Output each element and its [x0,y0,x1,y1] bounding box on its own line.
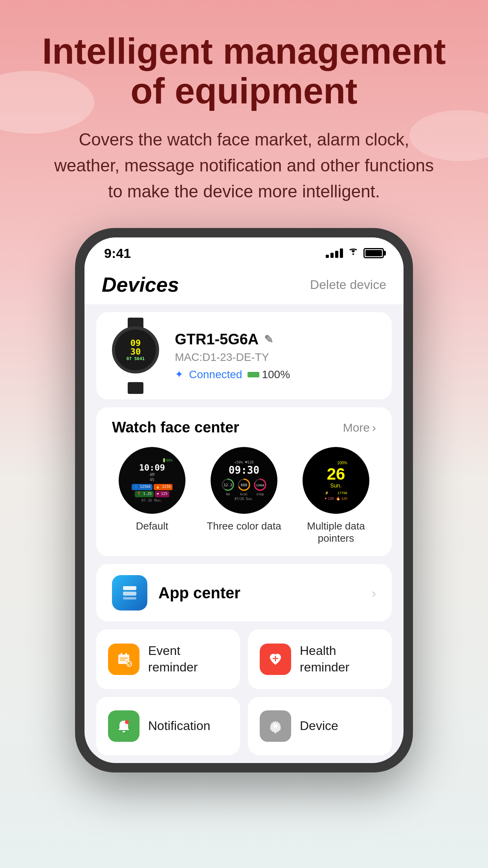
subtitle-text: Covers the watch face market, alarm cloc… [31,127,457,204]
svg-rect-10 [123,592,136,596]
watch-face-circle-1: 🔋80% 10:09 AM45 👤 12566 🔥 1256 📍 1.25 [119,447,185,514]
svg-text:12.3: 12.3 [224,483,232,487]
svg-text:12068: 12068 [256,484,264,487]
watch-band-bottom [128,382,143,394]
battery-icon [363,248,384,258]
app-title: Devices [102,273,179,296]
watch-faces-row: 🔋80% 10:09 AM45 👤 12566 🔥 1256 📍 1.25 [112,447,376,544]
wifi-icon [348,247,359,259]
app-center-icon [112,575,147,611]
main-title: Intelligent management of equipment [31,31,457,111]
battery-mini: 100% [248,368,290,381]
health-reminder-icon [260,644,291,675]
svg-rect-16 [120,660,125,660]
chevron-right-icon: › [372,421,376,434]
app-center-title: App center [158,584,240,602]
event-reminder-label: Event reminder [148,643,228,675]
watch-face-item-multiple[interactable]: 100% 26 Sun. ⚡ 17796 ♥ 128 [296,447,376,544]
device-card: 0930 07 S641 GTR1-5G6A ✎ MAC:D1-2 [96,312,392,399]
watch-face-name-3: Multiple data pointers [296,520,376,544]
svg-rect-15 [120,658,128,658]
watch-face-circle-2: +50% ♥128 09:30 12.3 [211,447,277,514]
header-section: Intelligent management of equipment Cove… [0,0,488,228]
grid-cards: Event reminder Health reminder [96,629,392,755]
notification-label: Notification [148,718,210,734]
signal-icon [326,248,343,258]
svg-text:668: 668 [241,483,247,487]
svg-rect-13 [121,653,122,656]
grid-item-event-reminder[interactable]: Event reminder [96,629,240,689]
status-time: 9:41 [104,246,131,261]
device-settings-icon [260,710,291,742]
grid-item-notification[interactable]: Notification [96,697,240,755]
health-reminder-label: Health reminder [300,643,380,675]
watch-face-section: Watch face center More › 🔋80% [96,407,392,556]
bluetooth-icon: ✦ [175,368,183,381]
watch-face-name-2: Three color data [207,520,281,532]
watch-face-item-default[interactable]: 🔋80% 10:09 AM45 👤 12566 🔥 1256 📍 1.25 [112,447,192,544]
svg-rect-11 [123,597,136,600]
status-icons [326,247,384,259]
status-bar: 9:41 [84,237,404,265]
svg-point-19 [125,720,129,724]
app-header: Devices Delete device [84,265,404,304]
event-reminder-icon [108,644,139,675]
watch-face-display: 0930 07 S641 [127,339,145,361]
device-status: ✦ Connected 100% [175,368,376,381]
app-center-card[interactable]: App center › [96,564,392,622]
device-label: Device [300,718,338,734]
battery-mini-icon [248,372,259,377]
watch-face-section-title: Watch face center [112,419,239,436]
watch-face-item-threecolor[interactable]: +50% ♥128 09:30 12.3 [204,447,284,544]
watch-face-1-content: 🔋80% 10:09 AM45 👤 12566 🔥 1256 📍 1.25 [129,456,175,506]
svg-rect-14 [125,653,127,656]
connected-text: Connected [189,368,242,381]
phone-screen: 9:41 [84,237,404,763]
app-center-left: App center [112,575,240,611]
notification-icon [108,710,139,742]
content-area: 0930 07 S641 GTR1-5G6A ✎ MAC:D1-2 [84,304,404,763]
device-info: GTR1-5G6A ✎ MAC:D1-23-DE-TY ✦ Connected … [175,331,376,381]
watch-face-section-header: Watch face center More › [112,419,376,436]
phone-mockup: 9:41 [75,228,413,772]
grid-item-device[interactable]: Device [248,697,392,755]
phone-frame: 9:41 [75,228,413,772]
app-center-chevron-icon: › [372,585,376,601]
grid-item-health-reminder[interactable]: Health reminder [248,629,392,689]
watch-face-3-content: 100% 26 Sun. ⚡ 17796 ♥ 128 [323,459,349,502]
svg-rect-18 [123,731,125,732]
watch-face: 0930 07 S641 [112,326,159,373]
device-name: GTR1-5G6A ✎ [175,331,376,348]
more-link[interactable]: More › [343,421,376,434]
watch-face-2-content: +50% ♥128 09:30 12.3 [219,459,269,502]
edit-icon[interactable]: ✎ [264,333,273,346]
watch-image: 0930 07 S641 [112,326,163,385]
delete-device-button[interactable]: Delete device [310,278,386,292]
svg-rect-9 [123,586,136,590]
device-mac: MAC:D1-23-DE-TY [175,351,376,364]
watch-face-circle-3: 100% 26 Sun. ⚡ 17796 ♥ 128 [303,447,369,514]
watch-face-name-1: Default [136,520,168,532]
